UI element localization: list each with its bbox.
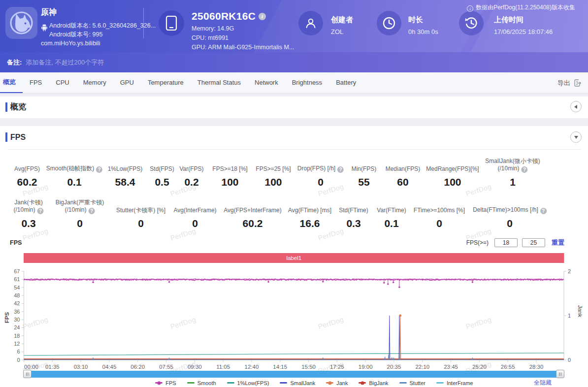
help-icon[interactable]: ? <box>337 166 344 173</box>
stat-drop: Drop(FPS) [/h]?0 <box>297 157 344 188</box>
threshold-high-input[interactable] <box>522 238 545 247</box>
stat-median: Median(FPS)60 <box>386 157 421 188</box>
tab-概览[interactable]: 概览 <box>0 72 23 93</box>
svg-text:15:50: 15:50 <box>301 364 316 370</box>
help-icon[interactable]: ? <box>522 166 528 173</box>
stat-value: 0.3 <box>339 218 368 229</box>
tab-cpu[interactable]: CPU <box>49 72 76 93</box>
help-icon[interactable]: ? <box>89 208 95 214</box>
collect-notice-text: 数据由PerfDog(11.2.250408)版本收集 <box>476 4 575 11</box>
legend-item-jank[interactable]: Jank <box>326 380 348 386</box>
legend-item-1%low-fps-[interactable]: 1%Low(FPS) <box>227 380 269 386</box>
svg-text:12:40: 12:40 <box>245 364 259 370</box>
tab-memory[interactable]: Memory <box>76 72 113 93</box>
svg-text:48: 48 <box>14 292 20 298</box>
legend-item-stutter[interactable]: Stutter <box>399 380 425 386</box>
svg-text:30: 30 <box>14 317 20 322</box>
svg-text:42: 42 <box>14 300 20 306</box>
tab-thermal-status[interactable]: Thermal Status <box>191 72 248 93</box>
svg-text:Jank: Jank <box>577 305 583 318</box>
legend-label: BigJank <box>369 380 388 386</box>
export-button[interactable]: 导出 <box>557 72 582 94</box>
tab-fps[interactable]: FPS <box>23 72 49 93</box>
legend-label: Jank <box>336 380 348 386</box>
creator-label: 创建者 <box>331 15 353 25</box>
tab-temperature[interactable]: Temperature <box>141 72 191 93</box>
svg-text:09:30: 09:30 <box>188 364 202 370</box>
device-model: 25060RK16Ci <box>192 10 266 22</box>
svg-text:04:45: 04:45 <box>102 364 117 370</box>
help-icon[interactable]: ? <box>540 208 547 214</box>
stat-value: 0.1 <box>46 176 102 188</box>
svg-text:14:15: 14:15 <box>273 364 287 370</box>
device-gpu: GPU: ARM Mali-G925-Immortalis M... <box>192 44 294 51</box>
stat-fps-18-%-: FPS>=18 [%]100 <box>212 157 247 188</box>
reset-button[interactable]: 重置 <box>552 238 564 247</box>
stat-value: 0 <box>473 218 547 229</box>
svg-text:28:30: 28:30 <box>529 364 544 370</box>
upload-time-value: 17/06/2025 18:07:46 <box>494 28 553 35</box>
fps-section-title: FPS <box>10 133 26 142</box>
chart-label-band-text: label1 <box>286 255 301 261</box>
tab-network[interactable]: Network <box>248 72 285 93</box>
stat-value: 0.3 <box>13 218 43 229</box>
legend-marker-icon <box>359 382 366 384</box>
stat-value: 55 <box>352 176 377 188</box>
datazoom-right-handle[interactable] <box>556 370 564 378</box>
series-Jank <box>24 316 564 359</box>
hide-all-button[interactable]: 全隐藏 <box>534 379 552 387</box>
threshold-low-input[interactable] <box>494 238 518 247</box>
legend-marker-icon <box>436 382 444 384</box>
tab-battery[interactable]: Battery <box>329 72 363 93</box>
svg-text:36: 36 <box>14 309 20 315</box>
svg-text:23:45: 23:45 <box>444 364 458 370</box>
device-info-icon[interactable]: i <box>259 13 266 20</box>
svg-text:67: 67 <box>14 268 20 274</box>
grip-icon <box>559 372 562 376</box>
legend-item-smalljank[interactable]: SmallJank <box>280 380 315 386</box>
header-divider <box>143 8 144 38</box>
section-accent-bar <box>5 132 7 142</box>
stat-value: 0 <box>116 218 165 229</box>
stat-value: 0.2 <box>179 176 203 188</box>
legend-item-bigjank[interactable]: BigJank <box>359 380 388 386</box>
legend-label: Stutter <box>410 380 425 386</box>
svg-text:0: 0 <box>568 357 571 363</box>
fps-collapse-button[interactable] <box>570 131 582 143</box>
chart-datazoom-slider[interactable] <box>24 371 564 378</box>
tab-brightness[interactable]: Brightness <box>285 72 329 93</box>
help-icon[interactable]: ? <box>96 166 102 173</box>
stat-value: 0.5 <box>150 176 174 188</box>
legend-item-fps[interactable]: FPS <box>155 380 176 386</box>
fps-section-card: PerfDogPerfDogPerfDogPerfDogPerfDogPerfD… <box>0 126 588 387</box>
tab-gpu[interactable]: GPU <box>113 72 141 93</box>
info-circle-icon: i <box>467 5 473 12</box>
upload-time-label: 上传时间 <box>494 15 523 25</box>
legend-marker-icon <box>227 382 234 384</box>
creator-value: ZOL <box>331 28 343 35</box>
fps-chart-title: FPS <box>10 239 22 246</box>
legend-item-interframe[interactable]: InterFrame <box>436 380 473 386</box>
stat-value: 0 <box>414 218 465 229</box>
remark-bar: 备注: <box>0 52 588 72</box>
stat-avg: Avg(FTime) [ms]16.6 <box>288 198 331 229</box>
legend-marker-icon <box>326 382 333 384</box>
stat-ftime-100ms-%-: FTime>=100ms [%]0 <box>414 198 465 229</box>
overview-collapse-button[interactable] <box>570 101 582 112</box>
legend-item-smooth[interactable]: Smooth <box>187 380 216 386</box>
remark-input[interactable] <box>26 59 578 66</box>
stat-value: 100 <box>256 176 291 188</box>
svg-text:19:00: 19:00 <box>359 364 373 370</box>
svg-text:25:20: 25:20 <box>472 364 487 370</box>
stat-1%low: 1%Low(FPS)58.4 <box>108 157 143 188</box>
svg-text:61: 61 <box>14 276 20 282</box>
svg-text:00:00: 00:00 <box>24 364 38 370</box>
threshold-label: FPS(>=) <box>466 239 489 246</box>
stat-std: Std(FTime)0.3 <box>339 198 368 229</box>
svg-text:06:20: 06:20 <box>131 364 145 370</box>
stat-delta: Delta(FTime)>100ms [/h]?0 <box>473 198 547 229</box>
datazoom-left-handle[interactable] <box>23 370 32 378</box>
help-icon[interactable]: ? <box>37 208 44 214</box>
phone-icon <box>159 10 184 36</box>
remark-label: 备注: <box>7 58 22 67</box>
